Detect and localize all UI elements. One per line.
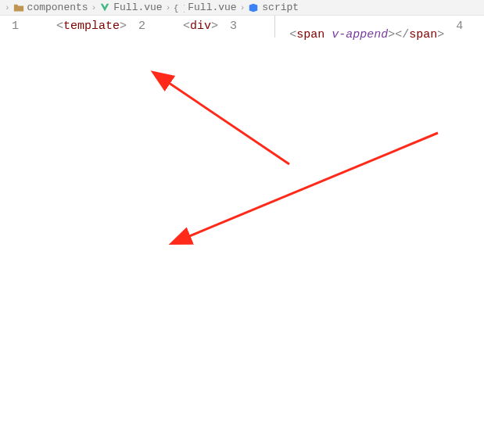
code-editor[interactable]: 1 <template>2 <div>3 <span v-append></sp… — [0, 16, 484, 38]
breadcrumb-item[interactable]: Full.vue — [188, 2, 236, 13]
chevron-right-icon: › — [166, 3, 171, 13]
braces-icon: { } — [174, 2, 185, 13]
line-number: 3 — [218, 16, 246, 38]
code-line[interactable]: 4 </div> — [444, 16, 484, 38]
line-number: 4 — [444, 16, 472, 38]
code-content: <template> — [28, 16, 127, 38]
line-number: 2 — [127, 16, 155, 38]
folder-icon — [13, 2, 24, 13]
chevron-right-icon: › — [5, 3, 10, 13]
chevron-right-icon: › — [240, 3, 246, 13]
breadcrumb[interactable]: › components › Full.vue › { } Full.vue ›… — [0, 0, 484, 16]
code-content: </div> — [472, 16, 484, 38]
annotation-layer — [0, 16, 484, 448]
code-content: <span v-append></span> — [246, 16, 444, 38]
code-line[interactable]: 1 <template> — [0, 16, 127, 38]
breadcrumb-item[interactable]: components — [27, 2, 88, 13]
annotation-arrow — [184, 133, 438, 238]
breadcrumb-item[interactable]: script — [262, 2, 299, 13]
code-line[interactable]: 3 <span v-append></span> — [218, 16, 444, 38]
vue-file-icon — [99, 2, 110, 13]
line-number: 1 — [0, 16, 28, 38]
chevron-right-icon: › — [91, 3, 97, 13]
svg-text:{ }: { } — [174, 3, 185, 13]
module-icon — [248, 2, 259, 13]
breadcrumb-item[interactable]: Full.vue — [113, 2, 162, 13]
code-line[interactable]: 2 <div> — [127, 16, 218, 38]
code-content: <div> — [155, 16, 218, 38]
annotation-arrow — [164, 80, 289, 164]
